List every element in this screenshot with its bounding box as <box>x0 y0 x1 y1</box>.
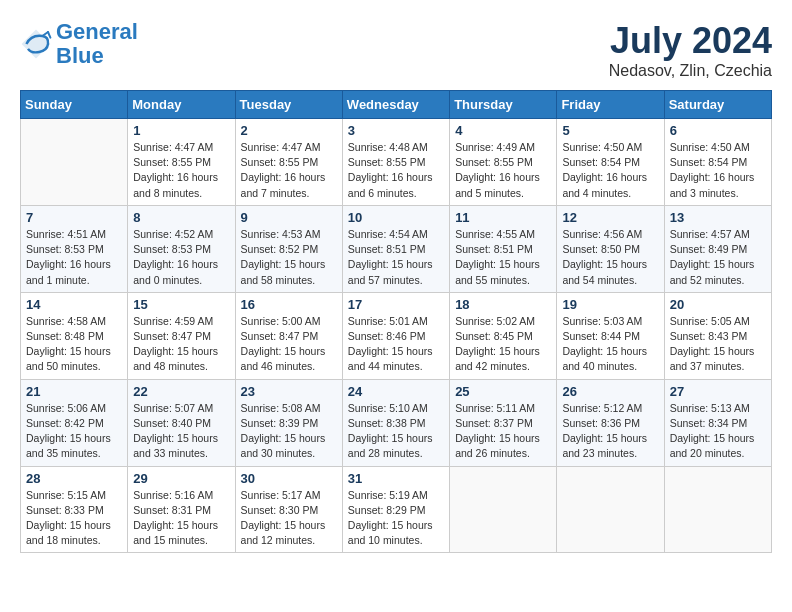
day-number: 26 <box>562 384 658 399</box>
day-info: Sunrise: 4:52 AM Sunset: 8:53 PM Dayligh… <box>133 227 229 288</box>
day-info: Sunrise: 4:55 AM Sunset: 8:51 PM Dayligh… <box>455 227 551 288</box>
day-number: 8 <box>133 210 229 225</box>
day-info: Sunrise: 4:47 AM Sunset: 8:55 PM Dayligh… <box>241 140 337 201</box>
calendar-day-cell: 3Sunrise: 4:48 AM Sunset: 8:55 PM Daylig… <box>342 119 449 206</box>
calendar-day-cell: 12Sunrise: 4:56 AM Sunset: 8:50 PM Dayli… <box>557 205 664 292</box>
day-info: Sunrise: 5:12 AM Sunset: 8:36 PM Dayligh… <box>562 401 658 462</box>
day-info: Sunrise: 4:59 AM Sunset: 8:47 PM Dayligh… <box>133 314 229 375</box>
calendar-week-row: 28Sunrise: 5:15 AM Sunset: 8:33 PM Dayli… <box>21 466 772 553</box>
calendar-day-cell: 31Sunrise: 5:19 AM Sunset: 8:29 PM Dayli… <box>342 466 449 553</box>
day-number: 30 <box>241 471 337 486</box>
day-info: Sunrise: 5:02 AM Sunset: 8:45 PM Dayligh… <box>455 314 551 375</box>
day-info: Sunrise: 5:13 AM Sunset: 8:34 PM Dayligh… <box>670 401 766 462</box>
title-block: July 2024 Nedasov, Zlin, Czechia <box>609 20 772 80</box>
calendar-day-cell: 19Sunrise: 5:03 AM Sunset: 8:44 PM Dayli… <box>557 292 664 379</box>
calendar-day-cell <box>450 466 557 553</box>
calendar-day-cell <box>557 466 664 553</box>
day-info: Sunrise: 5:05 AM Sunset: 8:43 PM Dayligh… <box>670 314 766 375</box>
day-number: 17 <box>348 297 444 312</box>
calendar-day-cell: 4Sunrise: 4:49 AM Sunset: 8:55 PM Daylig… <box>450 119 557 206</box>
day-info: Sunrise: 5:11 AM Sunset: 8:37 PM Dayligh… <box>455 401 551 462</box>
day-info: Sunrise: 4:50 AM Sunset: 8:54 PM Dayligh… <box>562 140 658 201</box>
day-number: 2 <box>241 123 337 138</box>
weekday-header-sunday: Sunday <box>21 91 128 119</box>
month-title: July 2024 <box>609 20 772 62</box>
calendar-day-cell <box>664 466 771 553</box>
day-info: Sunrise: 4:51 AM Sunset: 8:53 PM Dayligh… <box>26 227 122 288</box>
day-info: Sunrise: 4:58 AM Sunset: 8:48 PM Dayligh… <box>26 314 122 375</box>
day-number: 20 <box>670 297 766 312</box>
day-number: 9 <box>241 210 337 225</box>
calendar-day-cell: 22Sunrise: 5:07 AM Sunset: 8:40 PM Dayli… <box>128 379 235 466</box>
day-number: 23 <box>241 384 337 399</box>
calendar-day-cell: 20Sunrise: 5:05 AM Sunset: 8:43 PM Dayli… <box>664 292 771 379</box>
calendar-day-cell: 2Sunrise: 4:47 AM Sunset: 8:55 PM Daylig… <box>235 119 342 206</box>
calendar-day-cell: 10Sunrise: 4:54 AM Sunset: 8:51 PM Dayli… <box>342 205 449 292</box>
calendar-day-cell: 5Sunrise: 4:50 AM Sunset: 8:54 PM Daylig… <box>557 119 664 206</box>
day-info: Sunrise: 4:50 AM Sunset: 8:54 PM Dayligh… <box>670 140 766 201</box>
logo-icon <box>20 28 52 60</box>
logo: General Blue <box>20 20 138 68</box>
weekday-header-friday: Friday <box>557 91 664 119</box>
calendar-day-cell: 25Sunrise: 5:11 AM Sunset: 8:37 PM Dayli… <box>450 379 557 466</box>
page-header: General Blue July 2024 Nedasov, Zlin, Cz… <box>20 20 772 80</box>
day-number: 13 <box>670 210 766 225</box>
day-info: Sunrise: 5:06 AM Sunset: 8:42 PM Dayligh… <box>26 401 122 462</box>
day-number: 27 <box>670 384 766 399</box>
day-number: 31 <box>348 471 444 486</box>
day-number: 14 <box>26 297 122 312</box>
day-info: Sunrise: 4:49 AM Sunset: 8:55 PM Dayligh… <box>455 140 551 201</box>
calendar-day-cell <box>21 119 128 206</box>
calendar-week-row: 21Sunrise: 5:06 AM Sunset: 8:42 PM Dayli… <box>21 379 772 466</box>
day-number: 3 <box>348 123 444 138</box>
calendar-day-cell: 28Sunrise: 5:15 AM Sunset: 8:33 PM Dayli… <box>21 466 128 553</box>
day-number: 7 <box>26 210 122 225</box>
day-info: Sunrise: 5:17 AM Sunset: 8:30 PM Dayligh… <box>241 488 337 549</box>
calendar-day-cell: 18Sunrise: 5:02 AM Sunset: 8:45 PM Dayli… <box>450 292 557 379</box>
calendar-day-cell: 9Sunrise: 4:53 AM Sunset: 8:52 PM Daylig… <box>235 205 342 292</box>
day-info: Sunrise: 5:00 AM Sunset: 8:47 PM Dayligh… <box>241 314 337 375</box>
day-info: Sunrise: 5:19 AM Sunset: 8:29 PM Dayligh… <box>348 488 444 549</box>
calendar-day-cell: 11Sunrise: 4:55 AM Sunset: 8:51 PM Dayli… <box>450 205 557 292</box>
day-info: Sunrise: 4:57 AM Sunset: 8:49 PM Dayligh… <box>670 227 766 288</box>
day-number: 12 <box>562 210 658 225</box>
location-subtitle: Nedasov, Zlin, Czechia <box>609 62 772 80</box>
day-number: 22 <box>133 384 229 399</box>
day-number: 11 <box>455 210 551 225</box>
calendar-day-cell: 17Sunrise: 5:01 AM Sunset: 8:46 PM Dayli… <box>342 292 449 379</box>
day-number: 28 <box>26 471 122 486</box>
weekday-header-row: SundayMondayTuesdayWednesdayThursdayFrid… <box>21 91 772 119</box>
calendar-week-row: 14Sunrise: 4:58 AM Sunset: 8:48 PM Dayli… <box>21 292 772 379</box>
day-info: Sunrise: 5:07 AM Sunset: 8:40 PM Dayligh… <box>133 401 229 462</box>
day-number: 4 <box>455 123 551 138</box>
calendar-day-cell: 14Sunrise: 4:58 AM Sunset: 8:48 PM Dayli… <box>21 292 128 379</box>
day-info: Sunrise: 4:47 AM Sunset: 8:55 PM Dayligh… <box>133 140 229 201</box>
calendar-day-cell: 15Sunrise: 4:59 AM Sunset: 8:47 PM Dayli… <box>128 292 235 379</box>
calendar-week-row: 1Sunrise: 4:47 AM Sunset: 8:55 PM Daylig… <box>21 119 772 206</box>
day-info: Sunrise: 5:16 AM Sunset: 8:31 PM Dayligh… <box>133 488 229 549</box>
calendar-day-cell: 30Sunrise: 5:17 AM Sunset: 8:30 PM Dayli… <box>235 466 342 553</box>
calendar-day-cell: 23Sunrise: 5:08 AM Sunset: 8:39 PM Dayli… <box>235 379 342 466</box>
calendar-table: SundayMondayTuesdayWednesdayThursdayFrid… <box>20 90 772 553</box>
day-info: Sunrise: 4:48 AM Sunset: 8:55 PM Dayligh… <box>348 140 444 201</box>
calendar-day-cell: 29Sunrise: 5:16 AM Sunset: 8:31 PM Dayli… <box>128 466 235 553</box>
day-number: 5 <box>562 123 658 138</box>
day-number: 18 <box>455 297 551 312</box>
day-number: 29 <box>133 471 229 486</box>
day-number: 16 <box>241 297 337 312</box>
calendar-week-row: 7Sunrise: 4:51 AM Sunset: 8:53 PM Daylig… <box>21 205 772 292</box>
weekday-header-wednesday: Wednesday <box>342 91 449 119</box>
day-info: Sunrise: 5:15 AM Sunset: 8:33 PM Dayligh… <box>26 488 122 549</box>
day-number: 21 <box>26 384 122 399</box>
weekday-header-monday: Monday <box>128 91 235 119</box>
calendar-day-cell: 1Sunrise: 4:47 AM Sunset: 8:55 PM Daylig… <box>128 119 235 206</box>
day-number: 24 <box>348 384 444 399</box>
day-number: 10 <box>348 210 444 225</box>
day-info: Sunrise: 5:03 AM Sunset: 8:44 PM Dayligh… <box>562 314 658 375</box>
calendar-day-cell: 8Sunrise: 4:52 AM Sunset: 8:53 PM Daylig… <box>128 205 235 292</box>
weekday-header-tuesday: Tuesday <box>235 91 342 119</box>
day-number: 19 <box>562 297 658 312</box>
day-info: Sunrise: 5:01 AM Sunset: 8:46 PM Dayligh… <box>348 314 444 375</box>
calendar-day-cell: 27Sunrise: 5:13 AM Sunset: 8:34 PM Dayli… <box>664 379 771 466</box>
day-info: Sunrise: 5:10 AM Sunset: 8:38 PM Dayligh… <box>348 401 444 462</box>
